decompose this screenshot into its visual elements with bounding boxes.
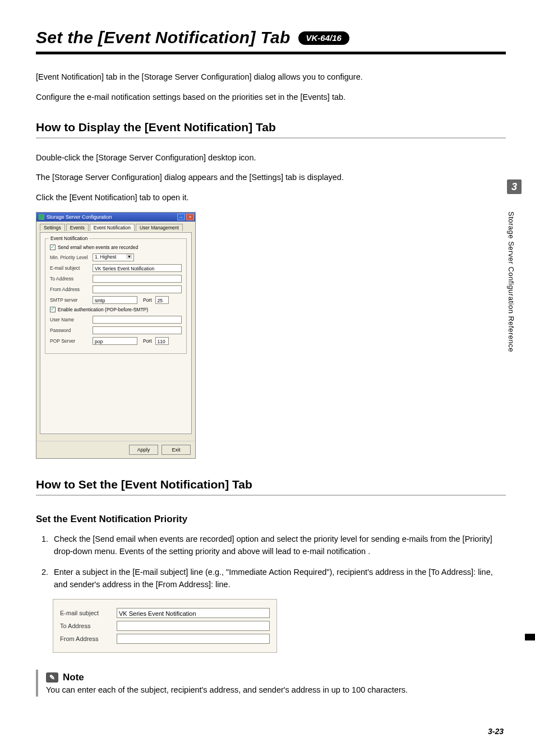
step-1: Check the [Send email when events are re… [50, 533, 506, 558]
page-number: 3-23 [488, 727, 504, 736]
input-password[interactable] [93, 326, 182, 334]
text: ] desktop icon. [204, 153, 256, 162]
page-title: Set the [Event Notification] Tab [36, 28, 290, 47]
label-user-name: User Name [50, 317, 89, 322]
text: ] dialog appears and the [ [160, 173, 252, 182]
inset-email-fields: E-mail subject VK Series Event Notificat… [53, 599, 277, 653]
display-step-2: The [Storage Server Configuration] dialo… [36, 172, 506, 184]
checkbox-icon[interactable] [50, 307, 56, 312]
tab-settings[interactable]: Settings [40, 224, 65, 231]
note-body: You can enter each of the subject, recip… [46, 685, 506, 694]
label-smtp-server: SMTP server [50, 297, 89, 303]
input-email-subject[interactable]: VK Series Event Notification [93, 264, 182, 272]
intro-paragraph-1: [Event Notification] tab in the [Storage… [36, 71, 506, 84]
text: Storage Server Configuration [98, 153, 204, 162]
text: Settings [252, 173, 281, 182]
text: ] tab in the [ [102, 72, 144, 81]
input-to-address[interactable] [93, 275, 182, 283]
app-icon [39, 214, 44, 220]
label-smtp-port: Port [143, 297, 152, 303]
input-smtp-server[interactable]: smtp [93, 296, 137, 304]
label-to-address: To Address [60, 623, 113, 629]
note-block: ✎ Note You can enter each of the subject… [36, 670, 506, 697]
label-pop-server: POP Server [50, 338, 89, 344]
fieldset-event-notification: Event Notification Send email when event… [45, 238, 187, 354]
dialog-titlebar[interactable]: Storage Server Configuration – × [36, 213, 195, 222]
label-email-subject: E-mail subject [60, 610, 113, 616]
input-to-address[interactable] [117, 621, 270, 631]
text: Click the [ [36, 193, 72, 202]
heading-display: How to Display the [Event Notification] … [36, 121, 506, 134]
label-pop-port: Port [143, 338, 152, 344]
input-user-name[interactable] [93, 316, 182, 324]
checkbox-label: Send email when events are recorded [58, 245, 138, 250]
dialog-tabs: Settings Events Event Notification User … [40, 224, 192, 231]
section-rule [36, 495, 506, 496]
input-from-address[interactable] [93, 285, 182, 293]
input-pop-port[interactable]: 110 [155, 337, 169, 345]
chapter-title: Storage Server Configuration Reference [507, 197, 515, 366]
label-from-address: From Address [60, 635, 113, 642]
label-min-priority: Min. Priority Level [50, 255, 89, 260]
side-tab: 3 Storage Server Configuration Reference [507, 179, 522, 366]
tab-event-notification[interactable]: Event Notification [90, 224, 135, 231]
label-password: Password [50, 328, 89, 333]
text: The [ [36, 173, 54, 182]
text: Storage Server Configuration [144, 72, 250, 81]
text: Storage Server Configuration [54, 173, 160, 182]
step-2: Enter a subject in the [E-mail subject] … [50, 566, 506, 591]
heading-set: How to Set the [Event Notification] Tab [36, 478, 506, 491]
input-email-subject[interactable]: VK Series Event Notification [117, 608, 270, 618]
tab-user-management[interactable]: User Management [136, 224, 183, 231]
text: Event Notification [38, 72, 102, 81]
input-smtp-port[interactable]: 25 [155, 296, 169, 304]
exit-button[interactable]: Exit [162, 445, 191, 455]
close-icon[interactable]: × [186, 214, 194, 220]
note-icon: ✎ [46, 672, 58, 683]
text: ] tab to open it. [135, 193, 189, 202]
dialog-storage-server-config: Storage Server Configuration – × Setting… [36, 212, 196, 459]
display-step-3: Click the [Event Notification] tab to op… [36, 192, 506, 204]
checkbox-icon[interactable] [50, 245, 56, 250]
tab-events[interactable]: Events [66, 224, 89, 231]
text: ] dialog allows you to configure. [249, 72, 362, 81]
text: Event Notification [72, 193, 135, 202]
label-to-address: To Address [50, 276, 89, 282]
dialog-title-text: Storage Server Configuration [47, 214, 112, 220]
section-rule [36, 137, 506, 139]
steps-list: Check the [Send email when events are re… [36, 533, 506, 591]
thumb-mark [525, 634, 535, 640]
display-step-1: Double-click the [Storage Server Configu… [36, 152, 506, 164]
chapter-number: 3 [507, 179, 522, 194]
apply-button[interactable]: Apply [129, 445, 158, 455]
tab-panel: Event Notification Send email when event… [40, 232, 192, 434]
text: Double-click the [ [36, 153, 98, 162]
checkbox-send-email[interactable]: Send email when events are recorded [50, 245, 182, 250]
text: ] tab is displayed. [281, 173, 344, 182]
select-min-priority[interactable]: 1. Highest [93, 253, 134, 261]
intro-paragraph-2: Configure the e-mail notification settin… [36, 91, 506, 104]
title-underline [36, 52, 506, 54]
label-email-subject: E-mail subject [50, 265, 89, 271]
fieldset-legend: Event Notification [49, 236, 89, 241]
model-badge: VK-64/16 [298, 31, 349, 45]
heading-priority: Set the Event Notification Priority [36, 514, 506, 525]
minimize-icon[interactable]: – [177, 214, 185, 220]
label-from-address: From Address [50, 287, 89, 292]
checkbox-enable-auth[interactable]: Enable authentication (POP-before-SMTP) [50, 307, 182, 312]
input-pop-server[interactable]: pop [93, 337, 137, 345]
note-heading: Note [63, 672, 84, 683]
checkbox-label: Enable authentication (POP-before-SMTP) [58, 307, 148, 312]
input-from-address[interactable] [117, 634, 270, 644]
